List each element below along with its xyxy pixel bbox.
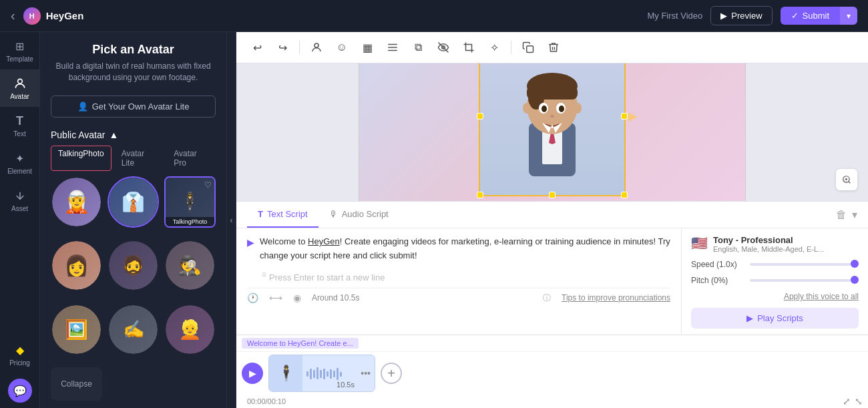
avatar-item-1[interactable]: 🧝: [51, 176, 102, 228]
template-icon: ⊞: [13, 39, 27, 53]
svg-rect-29: [313, 370, 315, 378]
text-script-icon: T: [258, 209, 263, 219]
back-button[interactable]: ‹: [11, 8, 15, 23]
layers-tool-button[interactable]: ⧉: [408, 37, 428, 57]
pitch-label: Pitch (0%): [691, 276, 744, 285]
text-icon: T: [13, 114, 27, 128]
grid-tool-button[interactable]: ▦: [357, 37, 377, 57]
flag-icon: 🇺🇸: [691, 235, 708, 251]
submit-dropdown-button[interactable]: ▾: [840, 7, 857, 25]
script-text-content[interactable]: Welcome to HeyGen! Create engaging video…: [260, 235, 670, 263]
svg-point-21: [574, 103, 582, 114]
avatar-panel: Pick an Avatar Build a digital twin of r…: [40, 32, 227, 408]
chat-button[interactable]: 💬: [8, 379, 32, 403]
app-logo: H HeyGen: [23, 7, 84, 25]
avatar-item-3[interactable]: 🕴 TalkingPhoto ♡: [164, 176, 216, 228]
collapse-button[interactable]: Collapse: [51, 367, 102, 401]
tips-label[interactable]: Tips to improve pronunciations: [562, 293, 670, 302]
effects-tool-button[interactable]: ✧: [484, 37, 504, 57]
submit-button[interactable]: ✓ Submit: [781, 7, 840, 25]
panel-subtitle: Build a digital twin of real humans with…: [51, 61, 216, 83]
voice-info: 🇺🇸 Tony - Professional English, Male, Mi…: [691, 235, 859, 253]
svg-rect-28: [310, 369, 312, 379]
crop-tool-button[interactable]: [459, 37, 479, 57]
element-icon: ✦: [13, 151, 27, 166]
script-placeholder[interactable]: Press Enter to start a new line: [269, 272, 385, 282]
avatar-tabs: TalkingPhoto Avatar Lite Avatar Pro: [40, 146, 226, 176]
timeline-track: ▶ 🕴: [236, 352, 868, 395]
pitch-row: Pitch (0%): [691, 276, 859, 285]
ai-icon: ◉: [293, 292, 301, 303]
sidebar-item-element[interactable]: ✦ Element: [0, 144, 39, 182]
align-tool-button[interactable]: [383, 37, 403, 57]
svg-rect-36: [337, 368, 339, 380]
voice-name: Tony - Professional: [713, 235, 824, 245]
tab-text-script[interactable]: T Text Script: [247, 202, 318, 228]
panel-collapse-toggle[interactable]: ‹: [227, 32, 236, 408]
translate-icon: ⟷: [269, 292, 282, 303]
svg-line-24: [849, 182, 851, 184]
avatar-item-8[interactable]: ✍️: [107, 304, 159, 355]
sidebar-item-avatar[interactable]: Avatar: [0, 69, 39, 107]
timeline-expand-icon[interactable]: ⤢: [843, 396, 851, 407]
svg-point-20: [523, 103, 531, 114]
sidebar-item-pricing[interactable]: ◆ Pricing: [0, 336, 39, 373]
emoji-tool-button[interactable]: ☺: [332, 37, 352, 57]
undo-button[interactable]: ↩: [247, 37, 267, 57]
tab-audio-script[interactable]: 🎙 Audio Script: [318, 202, 399, 228]
asset-icon: [13, 188, 27, 203]
svg-point-18: [559, 106, 564, 112]
avatar-item-6[interactable]: 🕵: [164, 240, 216, 291]
play-line-icon[interactable]: ▶: [247, 237, 254, 248]
voice-panel: 🇺🇸 Tony - Professional English, Male, Mi…: [681, 228, 868, 335]
sidebar-label-pricing: Pricing: [9, 359, 30, 367]
avatar-item-9[interactable]: 👱: [164, 304, 216, 355]
sidebar-item-text[interactable]: T Text: [0, 107, 39, 144]
play-scripts-button[interactable]: ▶ Play Scripts: [691, 308, 859, 329]
clip-menu-icon[interactable]: •••: [361, 368, 371, 379]
heart-icon: ♡: [204, 180, 212, 190]
timeline-collapse-icon[interactable]: ⤡: [855, 396, 863, 407]
track-clip[interactable]: 🕴: [268, 355, 375, 392]
avatar-item-7[interactable]: 🖼️: [51, 304, 102, 355]
canvas-toolbar: ↩ ↪ ☺ ▦ ⧉ ✧: [236, 32, 868, 63]
collapse-script-icon[interactable]: ▾: [852, 208, 857, 221]
copy-tool-button[interactable]: [518, 37, 538, 57]
sidebar-item-asset[interactable]: Asset: [0, 182, 39, 219]
heygen-link[interactable]: HeyGen: [308, 236, 340, 246]
person-tool-button[interactable]: [306, 37, 327, 57]
svg-rect-30: [316, 367, 318, 379]
sidebar-label-text: Text: [13, 130, 25, 138]
svg-rect-35: [333, 371, 335, 377]
tab-talking-photo[interactable]: TalkingPhoto: [51, 146, 112, 171]
svg-rect-7: [527, 46, 533, 53]
public-avatar-header: Public Avatar ▲: [40, 124, 226, 146]
delete-script-icon[interactable]: 🗑: [836, 209, 847, 221]
play-timeline-button[interactable]: ▶: [242, 363, 263, 384]
app-name: HeyGen: [46, 10, 84, 21]
get-avatar-button[interactable]: 👤 Get Your Own Avatar Lite: [51, 95, 216, 118]
delete-tool-button[interactable]: [544, 37, 564, 57]
tab-avatar-lite[interactable]: Avatar Lite: [114, 146, 164, 171]
script-text-area: ▶ Welcome to HeyGen! Create engaging vid…: [236, 228, 681, 335]
zoom-button[interactable]: [836, 169, 857, 190]
redo-button[interactable]: ↪: [272, 37, 292, 57]
svg-point-0: [17, 79, 22, 83]
tab-avatar-pro[interactable]: Avatar Pro: [166, 146, 216, 171]
tips-icon: ⓘ: [543, 292, 551, 304]
hide-tool-button[interactable]: [433, 37, 453, 57]
canvas-area[interactable]: ▶: [236, 63, 868, 201]
bullet-icon: ≡: [262, 270, 266, 279]
chevron-up-icon: ▲: [109, 130, 118, 140]
sidebar-label-element: Element: [7, 168, 32, 175]
avatar-on-canvas[interactable]: ▶: [479, 63, 626, 196]
avatar-item-4[interactable]: 👩: [51, 240, 102, 291]
apply-voice-label[interactable]: Apply this voice to all: [691, 292, 859, 301]
preview-icon: ▶: [720, 11, 727, 21]
sidebar-item-template[interactable]: ⊞ Template: [0, 32, 39, 69]
timeline-time: 00:00/00:10: [242, 396, 291, 407]
preview-button[interactable]: ▶ Preview: [710, 6, 772, 25]
avatar-item-2[interactable]: 👔: [107, 176, 159, 228]
avatar-item-5[interactable]: 🧔: [107, 240, 159, 291]
add-clip-button[interactable]: +: [381, 363, 402, 384]
